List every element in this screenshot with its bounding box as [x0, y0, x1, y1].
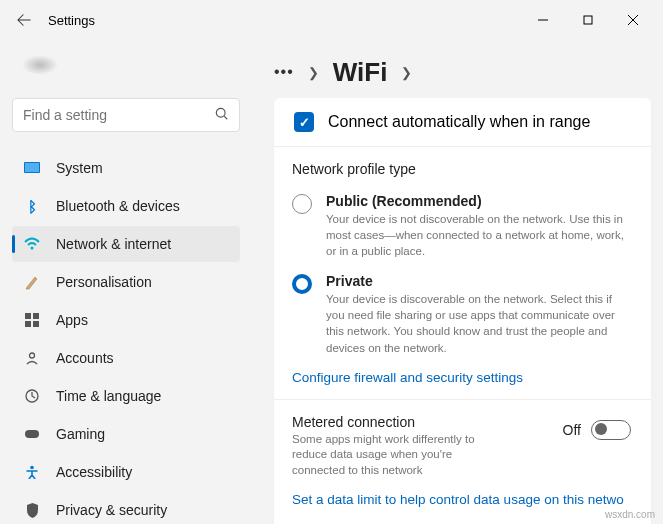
radio-public[interactable]	[292, 194, 312, 214]
sidebar-item-label: Network & internet	[56, 236, 171, 252]
svg-rect-12	[33, 321, 39, 327]
public-label: Public (Recommended)	[326, 193, 631, 209]
maximize-button[interactable]	[565, 5, 610, 35]
sidebar-item-label: Gaming	[56, 426, 105, 442]
shield-icon	[22, 500, 42, 520]
sidebar-item-label: Accounts	[56, 350, 114, 366]
apps-icon	[22, 310, 42, 330]
public-profile-option[interactable]: Public (Recommended) Your device is not …	[322, 193, 631, 259]
profile-type-title: Network profile type	[292, 161, 631, 177]
private-label: Private	[326, 273, 631, 289]
svg-rect-11	[25, 321, 31, 327]
content-area: ••• ❯ WiFi ❯ ✓ Connect automatically whe…	[250, 40, 663, 524]
minimize-button[interactable]	[520, 5, 565, 35]
app-title: Settings	[48, 13, 95, 28]
radio-private[interactable]	[292, 274, 312, 294]
private-desc: Your device is discoverable on the netwo…	[326, 291, 631, 355]
auto-connect-row[interactable]: ✓ Connect automatically when in range	[274, 98, 651, 147]
brush-icon	[22, 272, 42, 292]
svg-point-8	[31, 247, 34, 250]
search-input[interactable]	[23, 107, 215, 123]
metered-desc: Some apps might work differently to redu…	[292, 432, 492, 479]
user-account-row[interactable]	[12, 50, 240, 80]
window-controls	[520, 5, 655, 35]
svg-rect-15	[25, 430, 39, 438]
svg-rect-1	[584, 16, 592, 24]
gaming-icon	[22, 424, 42, 444]
data-limit-link[interactable]: Set a data limit to help control data us…	[292, 492, 631, 507]
toggle-knob-icon	[595, 423, 607, 435]
sidebar-item-label: Personalisation	[56, 274, 152, 290]
svg-rect-10	[33, 313, 39, 319]
metered-toggle-label: Off	[563, 422, 581, 438]
sidebar-item-time[interactable]: Time & language	[12, 378, 240, 414]
sidebar-item-system[interactable]: System	[12, 150, 240, 186]
close-button[interactable]	[610, 5, 655, 35]
sidebar-item-label: Privacy & security	[56, 502, 167, 518]
chevron-right-icon: ❯	[401, 65, 412, 80]
metered-toggle[interactable]	[591, 420, 631, 440]
public-desc: Your device is not discoverable on the n…	[326, 211, 631, 259]
person-icon	[22, 348, 42, 368]
sidebar-item-privacy[interactable]: Privacy & security	[12, 492, 240, 524]
sidebar: System ᛒBluetooth & devices Network & in…	[0, 40, 250, 524]
sidebar-item-bluetooth[interactable]: ᛒBluetooth & devices	[12, 188, 240, 224]
svg-point-16	[30, 466, 34, 470]
back-button[interactable]	[8, 4, 40, 36]
sidebar-item-gaming[interactable]: Gaming	[12, 416, 240, 452]
sidebar-item-label: Apps	[56, 312, 88, 328]
firewall-link[interactable]: Configure firewall and security settings	[292, 370, 631, 385]
sidebar-item-network[interactable]: Network & internet	[12, 226, 240, 262]
sidebar-item-apps[interactable]: Apps	[12, 302, 240, 338]
svg-point-13	[30, 353, 35, 358]
wifi-icon	[22, 234, 42, 254]
sidebar-item-label: System	[56, 160, 103, 176]
metered-section: Metered connection Some apps might work …	[274, 400, 651, 524]
bluetooth-icon: ᛒ	[22, 196, 42, 216]
svg-rect-9	[25, 313, 31, 319]
checkmark-icon: ✓	[299, 115, 310, 130]
maximize-icon	[583, 15, 593, 25]
accessibility-icon	[22, 462, 42, 482]
sidebar-item-label: Accessibility	[56, 464, 132, 480]
minimize-icon	[538, 15, 548, 25]
avatar-icon	[22, 55, 58, 75]
search-box[interactable]	[12, 98, 240, 132]
metered-title: Metered connection	[292, 414, 563, 430]
svg-point-4	[216, 108, 225, 117]
search-icon	[215, 107, 229, 124]
nav-list: System ᛒBluetooth & devices Network & in…	[12, 150, 240, 524]
titlebar: Settings	[0, 0, 663, 40]
auto-connect-label: Connect automatically when in range	[328, 113, 590, 131]
breadcrumb-more-icon[interactable]: •••	[274, 63, 294, 81]
profile-type-section: Network profile type Public (Recommended…	[274, 147, 651, 400]
metered-toggle-group: Off	[563, 420, 631, 440]
close-icon	[628, 15, 638, 25]
clock-icon	[22, 386, 42, 406]
private-profile-option[interactable]: Private Your device is discoverable on t…	[322, 273, 631, 355]
breadcrumb: ••• ❯ WiFi ❯	[274, 52, 651, 92]
chevron-right-icon: ❯	[308, 65, 319, 80]
auto-connect-checkbox[interactable]: ✓	[294, 112, 314, 132]
svg-line-5	[224, 116, 227, 119]
arrow-left-icon	[17, 13, 31, 27]
sidebar-item-accessibility[interactable]: Accessibility	[12, 454, 240, 490]
svg-rect-7	[25, 163, 39, 172]
system-icon	[22, 158, 42, 178]
settings-panel: ✓ Connect automatically when in range Ne…	[274, 98, 651, 524]
sidebar-item-label: Time & language	[56, 388, 161, 404]
page-title: WiFi	[333, 57, 388, 88]
sidebar-item-accounts[interactable]: Accounts	[12, 340, 240, 376]
sidebar-item-personalisation[interactable]: Personalisation	[12, 264, 240, 300]
sidebar-item-label: Bluetooth & devices	[56, 198, 180, 214]
watermark: wsxdn.com	[605, 509, 655, 520]
